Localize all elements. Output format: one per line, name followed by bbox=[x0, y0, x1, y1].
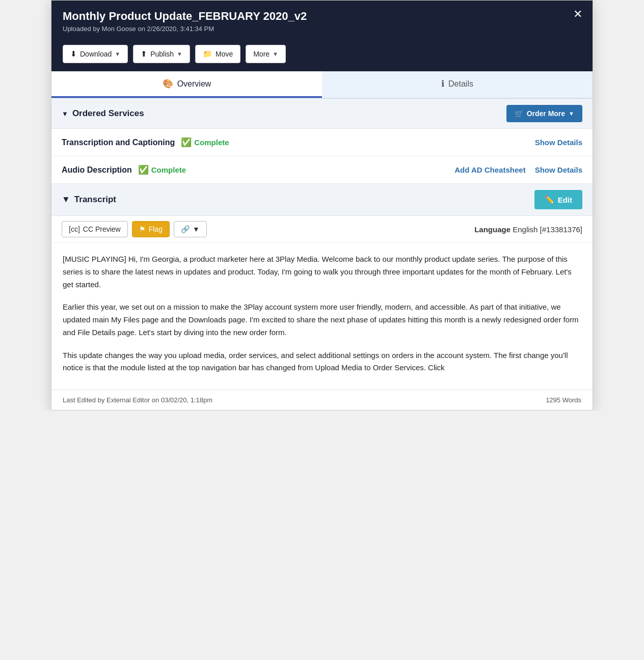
ordered-services-title: ▼ Ordered Services bbox=[62, 108, 144, 119]
link-button[interactable]: 🔗 ▼ bbox=[174, 221, 207, 237]
ordered-services-header: ▼ Ordered Services 🛒 Order More ▼ bbox=[51, 99, 593, 129]
transcript-paragraph-2: Earlier this year, we set out on a missi… bbox=[63, 301, 581, 339]
last-edited-label: Last Edited by External Editor on 03/02/… bbox=[63, 396, 212, 404]
transcript-language: Language English [#13381376] bbox=[474, 225, 582, 234]
move-button[interactable]: 📁 Move bbox=[195, 45, 240, 63]
tab-details-label: Details bbox=[448, 79, 473, 89]
transcript-title: ▼ Transcript bbox=[62, 195, 116, 205]
add-ad-cheatsheet-link[interactable]: Add AD Cheatsheet bbox=[454, 166, 525, 174]
modal-title: Monthly Product Update_FEBRUARY 2020_v2 bbox=[63, 10, 581, 23]
service-name-transcription: Transcription and Captioning bbox=[62, 138, 175, 147]
service-row-transcription: Transcription and Captioning ✅ Complete … bbox=[51, 129, 593, 156]
order-more-label: Order More bbox=[527, 109, 565, 118]
show-details-link-audio[interactable]: Show Details bbox=[535, 166, 582, 174]
language-value-text: English [#13381376] bbox=[513, 225, 582, 234]
status-badge-transcription: ✅ Complete bbox=[181, 137, 229, 148]
details-icon: ℹ bbox=[441, 78, 444, 89]
download-chevron-icon: ▼ bbox=[115, 51, 120, 57]
check-circle-icon-transcription: ✅ bbox=[181, 137, 192, 148]
transcript-paragraph-3: This update changes the way you upload m… bbox=[63, 349, 581, 375]
more-label: More bbox=[253, 50, 270, 58]
word-count-label: 1295 Words bbox=[546, 396, 581, 404]
modal-container: Monthly Product Update_FEBRUARY 2020_v2 … bbox=[51, 0, 593, 410]
ordered-services-label: Ordered Services bbox=[72, 108, 144, 119]
service-actions-audio: Add AD Cheatsheet Show Details bbox=[454, 166, 582, 174]
link-icon: 🔗 bbox=[181, 225, 190, 233]
modal-footer: Last Edited by External Editor on 03/02/… bbox=[51, 390, 593, 410]
transcript-paragraph-1: [MUSIC PLAYING] Hi, I'm Georgia, a produ… bbox=[63, 253, 581, 291]
transcript-collapse-icon: ▼ bbox=[62, 195, 70, 205]
status-label-transcription: Complete bbox=[194, 138, 229, 147]
status-label-audio: Complete bbox=[151, 166, 186, 174]
cc-preview-label: CC Preview bbox=[83, 225, 121, 233]
service-actions-transcription: Show Details bbox=[535, 138, 582, 147]
link-chevron-icon: ▼ bbox=[193, 225, 200, 233]
download-icon: ⬇ bbox=[70, 49, 77, 59]
tab-overview[interactable]: 🎨 Overview bbox=[51, 71, 322, 98]
modal-subtitle: Uploaded by Mon Goose on 2/26/2020, 3:41… bbox=[63, 25, 581, 33]
cc-preview-button[interactable]: [cc] CC Preview bbox=[62, 221, 128, 237]
status-badge-audio: ✅ Complete bbox=[138, 164, 186, 175]
order-more-button[interactable]: 🛒 Order More ▼ bbox=[506, 105, 582, 122]
show-details-link-transcription[interactable]: Show Details bbox=[535, 138, 582, 147]
service-row-audio: Audio Description ✅ Complete Add AD Chea… bbox=[51, 156, 593, 184]
publish-label: Publish bbox=[150, 50, 174, 58]
flag-label: Flag bbox=[149, 225, 163, 233]
download-label: Download bbox=[80, 50, 112, 58]
publish-icon: ⬆ bbox=[141, 49, 147, 59]
edit-label: Edit bbox=[558, 196, 572, 204]
cc-icon: [cc] bbox=[69, 225, 80, 233]
collapse-arrow-icon: ▼ bbox=[62, 110, 68, 118]
transcript-body: [MUSIC PLAYING] Hi, I'm Georgia, a produ… bbox=[51, 243, 593, 390]
main-content: ▼ Ordered Services 🛒 Order More ▼ Transc… bbox=[51, 99, 593, 410]
transcript-title-label: Transcript bbox=[74, 195, 116, 205]
modal-toolbar: ⬇ Download ▼ ⬆ Publish ▼ 📁 Move More ▼ bbox=[51, 40, 593, 71]
move-label: Move bbox=[216, 50, 233, 58]
edit-icon: ✏️ bbox=[545, 195, 554, 204]
publish-chevron-icon: ▼ bbox=[177, 51, 182, 57]
more-chevron-icon: ▼ bbox=[273, 51, 278, 57]
close-button[interactable]: ✕ bbox=[573, 9, 582, 20]
publish-button[interactable]: ⬆ Publish ▼ bbox=[133, 45, 190, 63]
download-button[interactable]: ⬇ Download ▼ bbox=[63, 45, 128, 63]
flag-icon: ⚑ bbox=[139, 225, 146, 233]
modal-header: Monthly Product Update_FEBRUARY 2020_v2 … bbox=[51, 1, 593, 40]
flag-button[interactable]: ⚑ Flag bbox=[132, 221, 170, 237]
overview-icon: 🎨 bbox=[163, 78, 173, 89]
tab-details[interactable]: ℹ Details bbox=[322, 71, 593, 98]
check-circle-icon-audio: ✅ bbox=[138, 164, 149, 175]
transcript-toolbar: [cc] CC Preview ⚑ Flag 🔗 ▼ Language Engl… bbox=[51, 216, 593, 243]
service-name-audio: Audio Description bbox=[62, 166, 132, 175]
edit-button[interactable]: ✏️ Edit bbox=[534, 190, 582, 209]
move-icon: 📁 bbox=[203, 49, 212, 59]
transcript-section-header: ▼ Transcript ✏️ Edit bbox=[51, 184, 593, 216]
more-button[interactable]: More ▼ bbox=[246, 45, 286, 63]
cart-icon: 🛒 bbox=[515, 109, 523, 118]
tab-overview-label: Overview bbox=[177, 79, 211, 89]
language-label: Language bbox=[474, 225, 511, 234]
order-more-chevron-icon: ▼ bbox=[569, 111, 574, 117]
transcript-toolbar-left: [cc] CC Preview ⚑ Flag 🔗 ▼ bbox=[62, 221, 207, 237]
tabs-container: 🎨 Overview ℹ Details bbox=[51, 71, 593, 99]
